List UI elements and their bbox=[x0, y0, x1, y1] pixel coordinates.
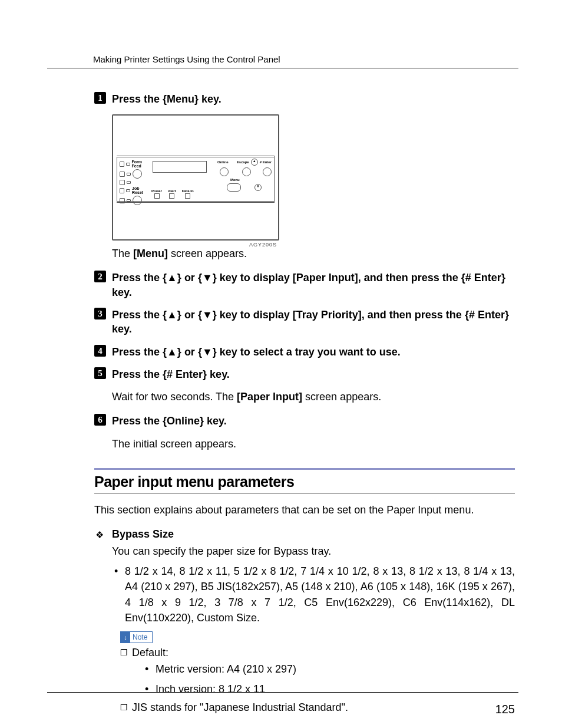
step-badge-5: 5 bbox=[94, 367, 106, 379]
default-label: Default: bbox=[120, 647, 515, 659]
s4-or: or bbox=[181, 346, 198, 358]
s5-key: # Enter bbox=[167, 368, 203, 380]
up-key[interactable] bbox=[251, 159, 258, 166]
section-rule-bottom bbox=[94, 493, 515, 493]
label-online: Online bbox=[217, 160, 229, 164]
running-header: Making Printer Settings Using the Contro… bbox=[93, 54, 515, 64]
section-rule-top bbox=[94, 468, 515, 470]
s2-then: , and then press the bbox=[358, 272, 461, 284]
page-number: 125 bbox=[495, 703, 515, 716]
s2-mid: key to display bbox=[217, 272, 293, 284]
section-intro: This section explains about parameters t… bbox=[94, 503, 515, 518]
label-menu: Menu bbox=[230, 178, 240, 182]
bypass-desc: You can specify the paper size for Bypas… bbox=[112, 544, 515, 559]
section-title: Paper input menu parameters bbox=[94, 473, 515, 490]
diamond-icon: ❖ bbox=[95, 529, 104, 541]
job-reset-button[interactable] bbox=[133, 196, 142, 205]
step-5: 5 Press the {# Enter} key. bbox=[94, 367, 515, 381]
step-2: 2 Press the {▲} or {▼} key to display [P… bbox=[94, 271, 515, 299]
s6-key: Online bbox=[167, 415, 200, 427]
bypass-sizes: 8 1/2 x 14, 8 1/2 x 11, 5 1/2 x 8 1/2, 7… bbox=[112, 564, 515, 625]
s3-pre: Press the bbox=[112, 309, 163, 321]
label-escape: Escape bbox=[237, 160, 249, 164]
s3-or: or bbox=[181, 309, 198, 321]
step-6: 6 Press the {Online} key. bbox=[94, 414, 515, 428]
step-1: 1 Press the {Menu} key. bbox=[94, 92, 515, 106]
form-feed-button[interactable] bbox=[133, 169, 142, 179]
menu-button[interactable] bbox=[227, 183, 241, 192]
figure-tag: AGY200S bbox=[249, 242, 277, 248]
menu-key: Menu bbox=[167, 93, 194, 105]
lcd-display bbox=[153, 161, 207, 173]
note-badge: ↓ Note bbox=[120, 631, 153, 643]
step5-after: Wait for two seconds. The [Paper Input] … bbox=[112, 390, 515, 404]
step6-after: The initial screen appears. bbox=[112, 437, 515, 452]
escape-button[interactable] bbox=[242, 167, 251, 176]
s3-then: , and then press the bbox=[362, 309, 465, 321]
jis-note: JIS stands for "Japanese Industrial Stan… bbox=[120, 701, 515, 714]
step1-after: The [Menu] screen appears. bbox=[112, 246, 515, 261]
down-key[interactable] bbox=[254, 184, 262, 191]
s2-pre: Press the bbox=[112, 272, 163, 284]
s6-pre: Press the bbox=[112, 415, 163, 427]
control-panel-figure: Form Feed Job Reset Power Alert Data In … bbox=[112, 114, 515, 241]
s2-target: [Paper Input] bbox=[293, 272, 358, 284]
s2-or: or bbox=[181, 272, 198, 284]
s2-key2: # Enter bbox=[465, 272, 501, 284]
label-job-reset: Job Reset bbox=[132, 186, 150, 195]
step1-text-post: key. bbox=[199, 93, 222, 105]
label-form-feed: Form Feed bbox=[132, 160, 150, 168]
step-badge-2: 2 bbox=[94, 271, 106, 282]
footer-rule bbox=[47, 692, 518, 693]
s3-target: [Tray Priority] bbox=[293, 309, 362, 321]
label-power: Power bbox=[151, 189, 162, 199]
s3-post: key. bbox=[112, 323, 132, 335]
label-enter: # Enter bbox=[260, 160, 272, 164]
online-button[interactable] bbox=[220, 167, 229, 176]
step-4: 4 Press the {▲} or {▼} key to select a t… bbox=[94, 345, 515, 359]
enter-button[interactable] bbox=[263, 167, 272, 176]
step-badge-4: 4 bbox=[94, 345, 106, 357]
default-metric: Metric version: A4 (210 x 297) bbox=[143, 661, 515, 677]
step-badge-1: 1 bbox=[94, 92, 106, 104]
step1-text-pre: Press the bbox=[112, 93, 163, 105]
s2-post: key. bbox=[112, 286, 132, 298]
default-inch: Inch version: 8 1/2 x 11 bbox=[143, 681, 515, 697]
header-rule bbox=[47, 68, 518, 68]
label-data-in: Data In bbox=[182, 189, 194, 199]
down-arrow-icon: ↓ bbox=[121, 632, 130, 643]
s4-post: key to select a tray you want to use. bbox=[217, 346, 401, 358]
step-badge-6: 6 bbox=[94, 414, 106, 426]
step-3: 3 Press the {▲} or {▼} key to display [T… bbox=[94, 308, 515, 337]
s3-mid: key to display bbox=[217, 309, 293, 321]
note-text: Note bbox=[130, 633, 152, 641]
bypass-heading: ❖ Bypass Size bbox=[94, 528, 515, 541]
s6-post: key. bbox=[204, 415, 227, 427]
step-badge-3: 3 bbox=[94, 308, 106, 319]
s5-pre: Press the bbox=[112, 368, 163, 380]
s5-post: key. bbox=[207, 368, 230, 380]
label-alert: Alert bbox=[168, 189, 176, 199]
page: Making Printer Settings Using the Contro… bbox=[0, 0, 562, 728]
s4-pre: Press the bbox=[112, 346, 163, 358]
s3-key2: # Enter bbox=[469, 309, 505, 321]
bypass-title: Bypass Size bbox=[112, 528, 174, 540]
